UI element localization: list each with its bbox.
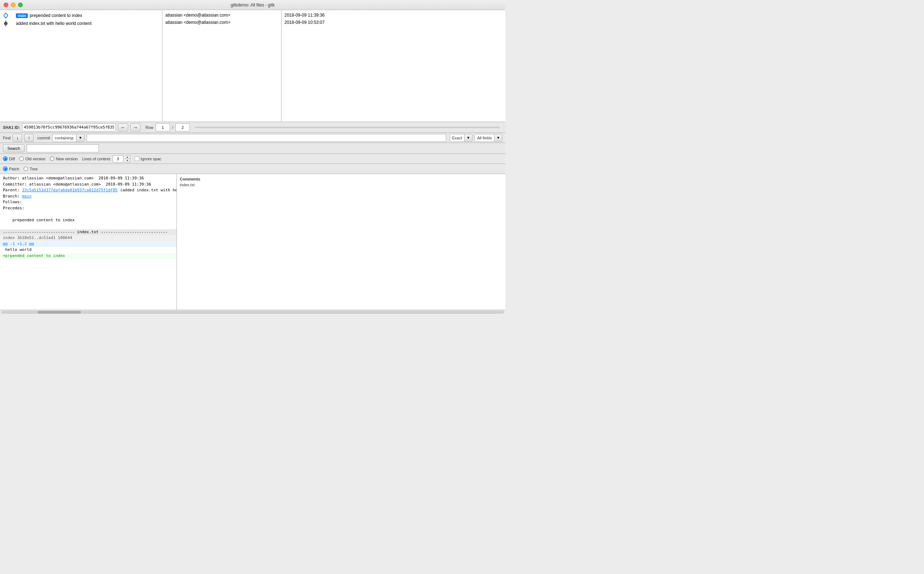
diff-line: Author: atlassian <demo@atlassian.com> 2… — [0, 175, 176, 181]
horizontal-scrollbar-thumb[interactable] — [38, 311, 81, 314]
lines-of-context-input[interactable] — [113, 155, 123, 162]
spinner-up-button[interactable]: ▴ — [125, 156, 130, 159]
branch-link[interactable]: main — [22, 194, 32, 199]
old-version-radio-circle[interactable] — [19, 156, 24, 161]
comments-header: Comments — [180, 175, 502, 182]
old-version-radio[interactable]: Old version — [19, 156, 46, 161]
patch-tree-bar: Patch Tree — [0, 164, 505, 174]
window-controls — [4, 3, 23, 7]
commit-list-pane: main prepended content to index added in… — [0, 10, 162, 121]
date-pane: 2018-09-09 11:39:36 2018-09-09 10:53:07 — [282, 10, 505, 121]
find-text-input[interactable] — [87, 134, 446, 142]
date-row: 2018-09-09 10:53:07 — [285, 19, 502, 26]
exact-dropdown-icon[interactable]: ▼ — [464, 134, 472, 142]
search-button[interactable]: Search — [3, 144, 25, 152]
containing-dropdown-icon[interactable]: ▼ — [76, 134, 84, 142]
branch-graph — [3, 13, 14, 18]
diff-line-index: index 3b18e51..dc51ad1 100644 — [0, 235, 176, 241]
diff-line-added: +prpended content to index — [0, 253, 176, 259]
close-button[interactable] — [4, 3, 8, 7]
minimize-button[interactable] — [11, 3, 16, 7]
bottom-scrollbar[interactable] — [0, 310, 505, 314]
tree-radio-circle[interactable] — [24, 166, 28, 171]
exact-select[interactable]: Exact ▼ — [450, 134, 473, 142]
patch-radio[interactable]: Patch — [3, 166, 19, 171]
bottom-pane: Search Diff Old version New version Line — [0, 143, 505, 314]
view-mode-radio-group: Diff Old version New version — [3, 156, 78, 161]
diff-comments-area: Author: atlassian <demo@atlassian.com> 2… — [0, 174, 505, 310]
graph-line-svg — [3, 20, 14, 26]
search-row: Search — [0, 143, 505, 154]
commit-row[interactable]: main prepended content to index — [0, 11, 162, 19]
find-up-button[interactable]: ↑ — [24, 134, 33, 142]
search-text-input[interactable] — [27, 144, 99, 152]
containing-select[interactable]: containing: ▼ — [52, 134, 85, 142]
comments-section: Comments index.txt — [177, 174, 505, 310]
diff-line-branch: Branch: main — [0, 194, 176, 200]
find-label: Find — [3, 136, 11, 140]
date-row: 2018-09-09 11:39:36 — [285, 11, 502, 19]
svg-point-1 — [4, 14, 8, 17]
ignore-space-checkbox-label[interactable]: Ignore spac — [135, 156, 161, 161]
comments-file: index.txt — [180, 182, 502, 188]
horizontal-scrollbar-track[interactable] — [2, 311, 504, 314]
titlebar: gitkdemo: All files - gitk — [0, 0, 505, 10]
patch-label: Patch — [9, 167, 19, 171]
parent-hash-link[interactable]: 33c5a5151d377dafa6da01b937ca012d75f1df05 — [22, 188, 118, 192]
new-version-radio[interactable]: New version — [50, 156, 78, 161]
lines-of-context-label: Lines of context: — [82, 157, 111, 161]
top-pane: main prepended content to index added in… — [0, 10, 505, 122]
graph-line-svg — [3, 13, 14, 18]
find-bar: Find ↓ ↑ commit containing: ▼ Exact ▼ Al… — [0, 133, 505, 143]
allfields-text: All fields — [475, 136, 494, 140]
allfields-select[interactable]: All fields ▼ — [475, 134, 502, 142]
commit-message: prepended content to index — [30, 13, 82, 18]
diff-line-file-header: ------------------------------ index.txt… — [0, 229, 176, 235]
diff-line-hunk: @@ -1 +1,2 @@ — [0, 241, 176, 247]
commit-label: commit — [37, 136, 50, 140]
branch-tag[interactable]: main — [16, 13, 28, 18]
diff-label: Diff — [9, 157, 15, 161]
row-sep: / — [172, 125, 173, 129]
containing-text: containing: — [53, 136, 76, 140]
diff-line: Precedes: — [0, 205, 176, 211]
diff-line-commit-msg: prepended content to index — [0, 217, 176, 224]
diff-line — [0, 211, 176, 217]
diff-line-parent: Parent: 33c5a5151d377dafa6da01b937ca012d… — [0, 188, 176, 194]
sha1-label: SHA1 ID: — [3, 125, 20, 129]
patch-radio-circle[interactable] — [3, 166, 8, 171]
tree-radio[interactable]: Tree — [24, 166, 38, 171]
new-version-label: New version — [56, 157, 78, 161]
diff-line: Follows: — [0, 199, 176, 205]
row-label: Row — [145, 125, 153, 129]
diff-radio-circle[interactable] — [3, 156, 8, 161]
diff-line: Committer: atlassian <demo@atlassian.com… — [0, 181, 176, 188]
diff-pane: Author: atlassian <demo@atlassian.com> 2… — [0, 174, 177, 310]
spinner-down-button[interactable]: ▾ — [125, 159, 130, 162]
nav-forward-button[interactable]: → — [130, 123, 140, 131]
ignore-space-checkbox[interactable] — [135, 156, 139, 161]
window-title: gitkdemo: All files - gitk — [231, 3, 275, 8]
maximize-button[interactable] — [18, 3, 23, 7]
sha1-input[interactable] — [22, 123, 116, 131]
ignore-space-label: Ignore spac — [141, 157, 161, 161]
context-spinner[interactable]: ▴ ▾ — [125, 155, 130, 162]
allfields-dropdown-icon[interactable]: ▼ — [494, 134, 502, 142]
row-total-input — [175, 123, 190, 131]
view-options-row: Diff Old version New version Lines of co… — [0, 154, 505, 164]
diff-line — [0, 223, 176, 229]
tree-label: Tree — [30, 167, 38, 171]
new-version-radio-circle[interactable] — [50, 156, 55, 161]
commit-row[interactable]: added index.txt with hello world content — [0, 19, 162, 27]
diff-radio[interactable]: Diff — [3, 156, 15, 161]
old-version-label: Old version — [25, 157, 46, 161]
find-down-button[interactable]: ↓ — [13, 134, 22, 142]
author-pane: atlassian <demo@atlassian.com> atlassian… — [162, 10, 282, 121]
main-container: main prepended content to index added in… — [0, 10, 505, 314]
author-row: atlassian <demo@atlassian.com> — [165, 11, 278, 19]
author-row: atlassian <demo@atlassian.com> — [165, 19, 278, 26]
exact-text: Exact — [450, 136, 464, 140]
nav-back-button[interactable]: ← — [118, 123, 128, 131]
row-current-input[interactable] — [156, 123, 170, 131]
row-slider[interactable] — [195, 127, 499, 128]
